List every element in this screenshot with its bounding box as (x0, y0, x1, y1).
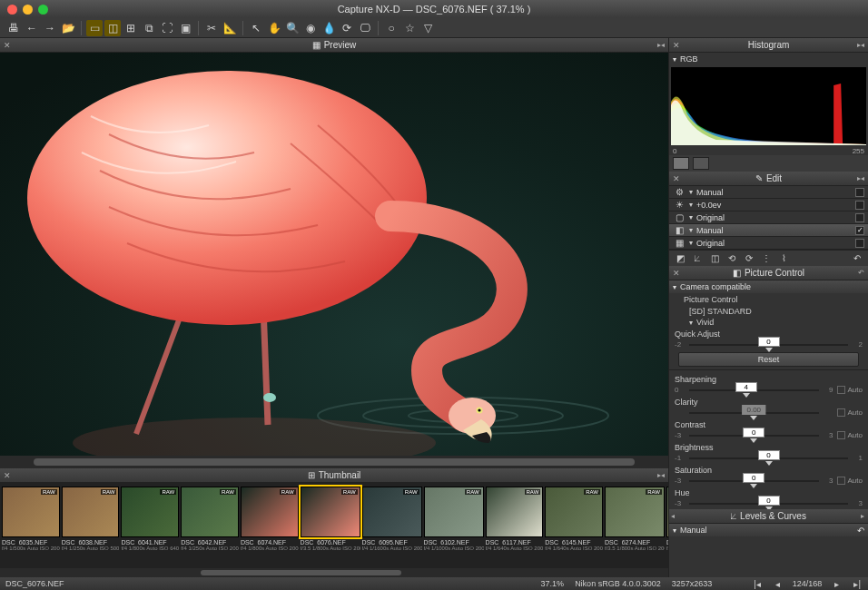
slider-track[interactable]: 0 (689, 503, 848, 505)
thumbnail-close-icon[interactable]: ✕ (4, 471, 11, 480)
pc-current[interactable]: Vivid (696, 318, 714, 327)
view-single-icon[interactable]: ▭ (86, 20, 103, 36)
back-icon[interactable]: ← (24, 20, 40, 36)
nav-next-icon[interactable]: ▸ (833, 579, 841, 589)
thumbnail-item[interactable]: RAWDSC_6145.NEFf/4 1/640s Auto ISO 200 (545, 487, 603, 568)
edit-tab-1[interactable] (673, 157, 689, 170)
thumbnail-item[interactable]: RAWDSC_6038.NEFf/4 1/250s Auto ISO 500 (62, 487, 120, 568)
open-icon[interactable]: 📂 (60, 20, 76, 36)
sampler-icon[interactable]: ◉ (302, 20, 319, 36)
thumbnail-item[interactable]: RAWDSC_6102.NEFf/4 1/1000s Auto ISO 200 (424, 487, 484, 568)
thumbnail-item[interactable]: RAWDSC_6042.NEFf/4 1/250s Auto ISO 200 (181, 487, 239, 568)
pc-compat-disc[interactable]: ▾ (673, 283, 676, 291)
slider-track[interactable]: 0 (689, 435, 819, 437)
fit-icon[interactable]: ▣ (177, 20, 193, 36)
window-maximize-button[interactable] (38, 5, 48, 15)
histogram-channel-disc[interactable]: ▾ (673, 55, 676, 64)
thumbnail-item[interactable]: RAWDSC_6117.NEFf/4 1/640s Auto ISO 200 (486, 487, 544, 568)
edit-row-disc[interactable]: ▾ (689, 188, 693, 196)
edit-row-checkbox[interactable] (855, 201, 864, 210)
tool-curves-icon[interactable]: ◫ (707, 252, 722, 265)
slider-handle-icon[interactable] (765, 461, 773, 466)
thumbnail-item[interactable]: RAWDSC_6041.NEFf/4 1/800s Auto ISO 640 (121, 487, 179, 568)
auto-checkbox[interactable]: Auto (837, 386, 863, 394)
slider-track[interactable]: 0 (689, 344, 848, 346)
pc-undo-icon[interactable]: ↶ (858, 269, 864, 277)
edit-row-checkbox[interactable] (855, 226, 864, 235)
preview-close-icon[interactable]: ✕ (4, 41, 11, 50)
lc-mode-disc[interactable]: ▾ (673, 526, 676, 535)
edit-tab-2[interactable] (693, 157, 709, 170)
slider-value[interactable]: 0 (758, 337, 780, 347)
tool-levels-icon[interactable]: ⟀ (690, 252, 705, 265)
edit-row[interactable]: ▢ ▾ Original (669, 211, 868, 224)
straighten-icon[interactable]: 📐 (222, 20, 238, 36)
edit-collapse-icon[interactable]: ▸◂ (857, 174, 864, 182)
slider-value[interactable]: 0 (743, 473, 764, 483)
thumbnail-collapse-icon[interactable]: ▸◂ (657, 471, 665, 479)
slider-handle-icon[interactable] (750, 438, 757, 443)
thumbnail-item[interactable]: RAWDSC_6274.NEFf/3.5 1/800s Auto ISO 200 (605, 487, 665, 568)
tool-brush-icon[interactable]: ⌇ (776, 252, 791, 265)
lc-undo-icon[interactable]: ↶ (857, 526, 864, 536)
slider-value[interactable]: 0 (743, 428, 764, 438)
slider-value[interactable]: 0 (758, 496, 780, 506)
edit-row[interactable]: ⚙ ▾ Manual (669, 186, 868, 199)
auto-checkbox[interactable]: Auto (837, 431, 863, 439)
slider-track[interactable]: 0 (689, 457, 848, 459)
slider-track[interactable]: 0.00 (689, 412, 819, 414)
thumbnail-item[interactable]: RAWDSC_6074.NEFf/4 1/800s Auto ISO 200 (241, 487, 299, 568)
monitor-icon[interactable]: 🖵 (357, 20, 373, 36)
auto-checkbox[interactable]: Auto (837, 477, 863, 485)
lc-expand-left-icon[interactable]: ◂ (671, 512, 675, 520)
thumbnail-strip[interactable]: RAWDSC_6035.NEFf/4 1/500s Auto ISO 200RA… (0, 483, 668, 568)
star-icon[interactable]: ☆ (401, 20, 418, 36)
slider-track[interactable]: 0 (689, 480, 819, 482)
thumbnail-item[interactable]: RAWDSC_6095.NEFf/4 1/1600s Auto ISO 200 (362, 487, 422, 568)
preview-image-area[interactable] (0, 53, 668, 456)
nav-prev-icon[interactable]: ◂ (774, 579, 782, 589)
edit-row[interactable]: ☀ ▾ +0.0ev (669, 199, 868, 211)
edit-row-checkbox[interactable] (855, 213, 864, 222)
fullscreen-icon[interactable]: ⛶ (159, 20, 175, 36)
edit-close-icon[interactable]: ✕ (673, 174, 680, 183)
reset-button[interactable]: Reset (678, 352, 859, 367)
thumbnail-item[interactable]: RAWDSC_6035.NEFf/4 1/500s Auto ISO 200 (2, 487, 60, 568)
dropper-icon[interactable]: 💧 (321, 20, 337, 36)
thumbnail-item[interactable]: RAWDSC_6076.NEFf/3.5 1/800s Auto ISO 200 (301, 487, 360, 568)
edit-row-disc[interactable]: ▾ (689, 213, 693, 221)
histogram-close-icon[interactable]: ✕ (673, 41, 680, 50)
rotate-icon[interactable]: ⟳ (339, 20, 355, 36)
slider-value[interactable]: 0 (758, 450, 780, 460)
zoom-icon[interactable]: 🔍 (284, 20, 301, 36)
slider-value[interactable]: 0.00 (742, 405, 765, 415)
crop-icon[interactable]: ✂ (203, 20, 220, 36)
pc-close-icon[interactable]: ✕ (673, 269, 680, 278)
hand-icon[interactable]: ✋ (266, 20, 282, 36)
slider-handle-icon[interactable] (743, 393, 750, 398)
edit-row-disc[interactable]: ▾ (689, 226, 693, 234)
thumbnail-h-scrollbar[interactable] (0, 568, 668, 577)
tool-misc-icon[interactable]: ⋮ (759, 252, 774, 265)
forward-icon[interactable]: → (42, 20, 58, 36)
tag-icon[interactable]: ○ (383, 20, 399, 36)
edit-row[interactable]: ▦ ▾ Original (669, 237, 868, 250)
slider-handle-icon[interactable] (765, 348, 773, 352)
filter-icon[interactable]: ▽ (419, 20, 436, 36)
tool-crop-icon[interactable]: ◩ (673, 252, 687, 265)
window-close-button[interactable] (7, 5, 17, 15)
slider-handle-icon[interactable] (750, 484, 757, 488)
edit-row-checkbox[interactable] (855, 188, 864, 197)
edit-row-disc[interactable]: ▾ (689, 239, 693, 247)
auto-checkbox[interactable]: Auto (837, 408, 863, 417)
edit-row[interactable]: ◧ ▾ Manual (669, 224, 868, 237)
preview-h-scrollbar[interactable] (0, 456, 668, 468)
print-icon[interactable]: 🖶 (5, 20, 22, 36)
nav-last-icon[interactable]: ▸| (852, 579, 863, 589)
pointer-icon[interactable]: ↖ (248, 20, 264, 36)
edit-row-checkbox[interactable] (855, 239, 864, 248)
slider-handle-icon[interactable] (750, 416, 757, 420)
slider-value[interactable]: 4 (735, 382, 757, 392)
tool-rotate-icon[interactable]: ⟲ (725, 252, 739, 265)
pc-current-disc[interactable]: ▾ (689, 319, 693, 327)
